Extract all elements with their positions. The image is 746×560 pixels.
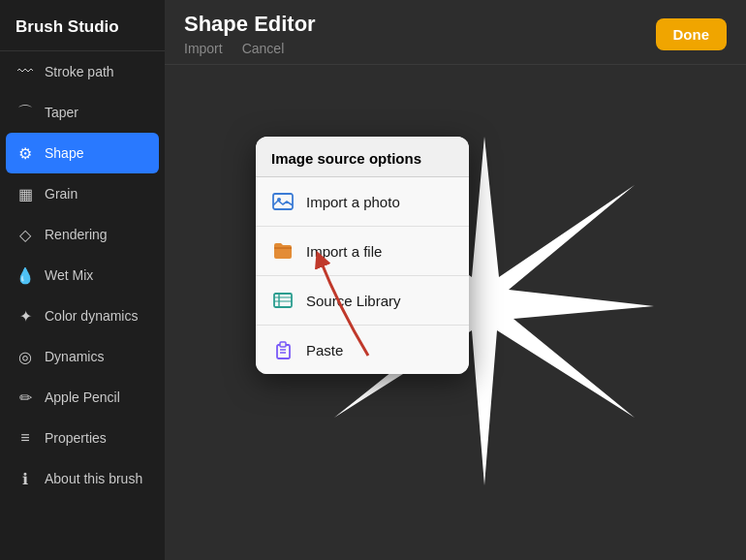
sidebar-item-apple-pencil[interactable]: ✏ Apple Pencil [0,377,165,418]
svg-rect-4 [274,294,292,307]
cancel-link[interactable]: Cancel [242,41,285,56]
import-link[interactable]: Import [184,41,223,56]
canvas-area: Image source options Import a photo [165,65,746,560]
dropdown-item-import-photo[interactable]: Import a photo [256,177,469,227]
sidebar-item-grain[interactable]: ▦ Grain [0,173,165,214]
sidebar-item-properties[interactable]: ≡ Properties [0,418,165,458]
header-actions: Import Cancel [184,41,316,56]
sidebar-label-taper: Taper [45,105,78,120]
color-dynamics-icon: ✦ [16,306,35,326]
sidebar: Brush Studio 〰 Stroke path ⌒ Taper ⚙ Sha… [0,0,165,560]
page-title: Shape Editor [184,12,316,37]
import-photo-icon [271,190,295,213]
app-title: Brush Studio [0,0,165,51]
dropdown-item-source-library[interactable]: Source Library [256,276,469,326]
grain-icon: ▦ [16,184,35,203]
sidebar-item-taper[interactable]: ⌒ Taper [0,92,165,133]
sidebar-label-rendering: Rendering [45,227,108,242]
sidebar-label-properties: Properties [45,430,107,446]
dropdown-item-import-file[interactable]: Import a file [256,227,469,276]
sidebar-label-wet-mix: Wet Mix [45,267,93,283]
import-file-label: Import a file [306,243,382,260]
import-file-icon [271,239,295,263]
sidebar-label-about-brush: About this brush [45,471,142,486]
sidebar-label-color-dynamics: Color dynamics [45,308,138,324]
wet-mix-icon: 💧 [16,265,35,285]
properties-icon: ≡ [16,428,35,448]
sidebar-item-shape[interactable]: ⚙ Shape [6,133,159,173]
header: Shape Editor Import Cancel Done [165,0,746,65]
source-library-icon [271,289,295,312]
paste-icon [271,338,295,361]
image-source-dropdown: Image source options Import a photo [256,137,469,374]
sidebar-item-color-dynamics[interactable]: ✦ Color dynamics [0,296,165,336]
sidebar-item-stroke-path[interactable]: 〰 Stroke path [0,51,165,92]
sidebar-label-stroke-path: Stroke path [45,64,114,79]
sidebar-item-wet-mix[interactable]: 💧 Wet Mix [0,255,165,296]
sidebar-label-grain: Grain [45,186,78,202]
taper-icon: ⌒ [16,103,35,122]
dropdown-item-paste[interactable]: Paste [256,326,469,374]
paste-label: Paste [306,342,343,358]
header-left: Shape Editor Import Cancel [184,12,316,56]
about-brush-icon: ℹ [16,469,35,488]
shape-icon: ⚙ [16,143,35,163]
source-library-label: Source Library [306,293,401,309]
apple-pencil-icon: ✏ [16,388,35,407]
app-container: Brush Studio 〰 Stroke path ⌒ Taper ⚙ Sha… [0,0,746,560]
stroke-path-icon: 〰 [16,62,35,81]
sidebar-item-about-brush[interactable]: ℹ About this brush [0,458,165,499]
sidebar-label-apple-pencil: Apple Pencil [45,389,120,405]
svg-rect-9 [280,342,286,347]
sidebar-label-dynamics: Dynamics [45,349,104,364]
dynamics-icon: ◎ [16,347,35,366]
dropdown-title: Image source options [256,137,469,176]
sidebar-label-shape: Shape [45,145,83,161]
sidebar-item-rendering[interactable]: ◇ Rendering [0,214,165,255]
import-photo-label: Import a photo [306,194,400,210]
sidebar-item-dynamics[interactable]: ◎ Dynamics [0,336,165,377]
main-area: Shape Editor Import Cancel Done [165,0,746,560]
rendering-icon: ◇ [16,225,35,244]
done-button[interactable]: Done [656,18,728,50]
